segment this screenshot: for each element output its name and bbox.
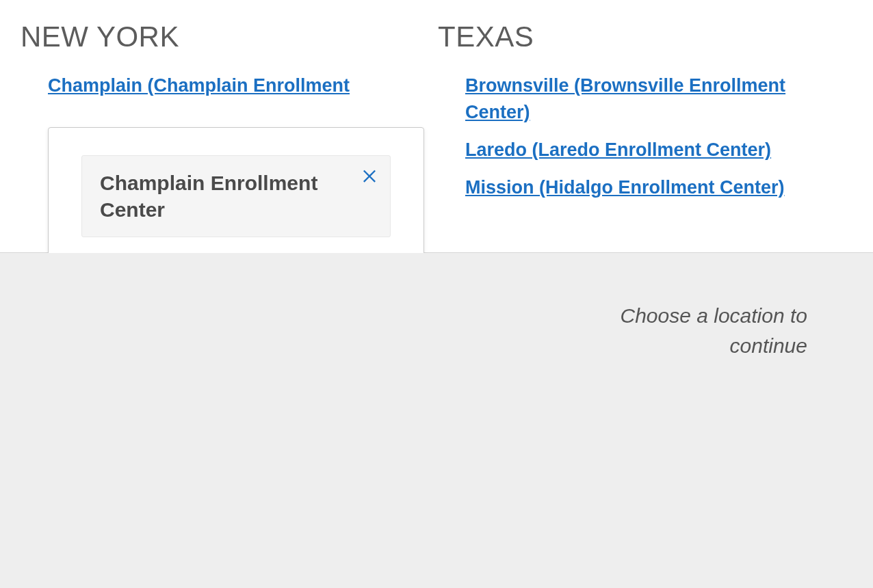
location-link-brownsville[interactable]: Brownsville (Brownsville Enrollment Cent… <box>465 75 785 122</box>
location-link-mission[interactable]: Mission (Hidalgo Enrollment Center) <box>465 177 785 198</box>
location-link-champlain[interactable]: Champlain (Champlain Enrollment <box>48 75 350 96</box>
close-icon[interactable] <box>360 165 379 185</box>
state-heading-ny: NEW YORK <box>21 21 411 53</box>
location-link-laredo[interactable]: Laredo (Laredo Enrollment Center) <box>465 139 771 160</box>
location-list-tx: Brownsville (Brownsville Enrollment Cent… <box>438 72 828 202</box>
bottom-region: Choose a location to continue <box>0 253 873 588</box>
state-heading-tx: TEXAS <box>438 21 828 53</box>
popup-title: Champlain Enrollment Center <box>100 170 372 223</box>
popup-header: Champlain Enrollment Center <box>81 155 391 237</box>
location-list-ny: Champlain (Champlain Enrollment <box>21 72 411 99</box>
continue-instruction: Choose a location to continue <box>616 301 807 360</box>
state-column-tx: TEXAS Brownsville (Brownsville Enrollmen… <box>438 21 828 213</box>
